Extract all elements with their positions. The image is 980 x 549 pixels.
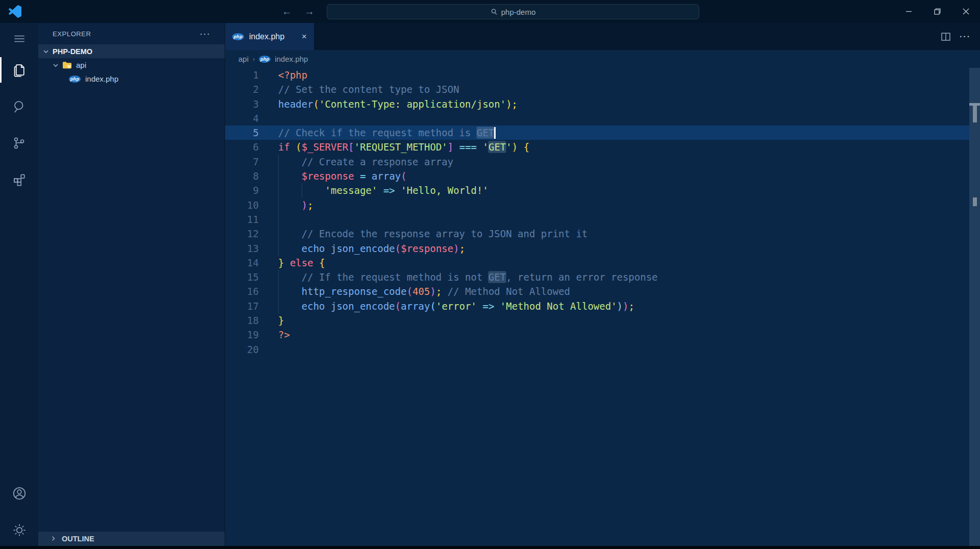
restore-button[interactable] (923, 0, 951, 23)
code-line[interactable]: 9 'message' => 'Hello, World!' (225, 183, 969, 197)
code-token: ' (506, 141, 511, 153)
php-file-icon: php (232, 33, 244, 40)
back-arrow-icon[interactable]: ← (282, 6, 292, 17)
code-line[interactable]: 7 // Create a response array (225, 155, 969, 169)
command-center-search[interactable]: php-demo (327, 4, 699, 19)
files-icon (12, 62, 27, 78)
indent-guide (278, 169, 279, 183)
code-token (278, 199, 302, 211)
explorer-view-button[interactable] (0, 57, 38, 83)
breadcrumb-folder[interactable]: api (238, 55, 249, 63)
code-token: 'message' (325, 185, 378, 196)
settings-button[interactable] (0, 517, 38, 543)
code-token: ( (395, 243, 401, 254)
close-button[interactable] (951, 0, 980, 23)
source-control-view-button[interactable] (0, 130, 38, 156)
editor-group: php index.php × ··· api › php index.php … (225, 23, 980, 549)
code-token: , return an error response (506, 271, 657, 283)
breadcrumb-file[interactable]: index.php (275, 55, 308, 63)
code-line[interactable]: 6if ($_SERVER['REQUEST_METHOD'] === 'GET… (225, 140, 969, 154)
code-token: echo (302, 243, 325, 254)
code-token: ) (512, 141, 518, 153)
split-editor-icon[interactable] (941, 33, 950, 41)
extensions-icon (12, 172, 27, 187)
code-token: => (482, 301, 494, 312)
breadcrumb: api › php index.php (225, 50, 980, 68)
extensions-view-button[interactable] (0, 166, 38, 192)
tree-item-folder-api[interactable]: api (38, 58, 225, 72)
code-token: $response (401, 243, 453, 254)
breadcrumb-separator: › (253, 55, 255, 63)
code-token: ) (617, 301, 623, 312)
code-line[interactable]: 19?> (225, 328, 969, 342)
indent-guide (278, 227, 279, 241)
code-token: 'error' (436, 301, 477, 312)
code-line[interactable]: 15 // If the request method is not GET, … (225, 270, 969, 284)
tab-index-php[interactable]: php index.php × (225, 23, 314, 50)
code-editor[interactable]: 1<?php2// Set the content type to JSON3h… (225, 68, 980, 549)
outline-section-header[interactable]: OUTLINE (38, 532, 225, 546)
explorer-more-actions[interactable]: ··· (200, 29, 210, 39)
indent-guide (278, 183, 279, 197)
file-index-php-label: index.php (85, 74, 118, 83)
code-line[interactable]: 12 // Encode the response array to JSON … (225, 227, 969, 241)
code-line[interactable]: 8 $response = array( (225, 169, 969, 183)
code-line[interactable]: 10 ); (225, 198, 969, 212)
indent-guide (302, 183, 302, 197)
line-number: 6 (225, 140, 259, 154)
code-token: ( (401, 170, 406, 182)
code-token: ( (395, 301, 401, 312)
code-line[interactable]: 3header('Content-Type: application/json'… (225, 97, 969, 111)
editor-scrollbar[interactable] (969, 68, 980, 549)
code-token (354, 170, 360, 182)
code-line[interactable]: 18} (225, 313, 969, 328)
occurrence-highlight: GET (477, 127, 494, 138)
search-view-button[interactable] (0, 94, 38, 119)
code-token: $_SERVER (302, 141, 349, 153)
code-token (453, 141, 459, 153)
code-token: // Set the content type to JSON (278, 84, 459, 95)
code-line[interactable]: 1<?php (225, 68, 969, 82)
code-line[interactable]: 20 (225, 342, 969, 357)
code-line[interactable]: 5// Check if the request method is GET (225, 126, 969, 140)
code-token: ( (407, 286, 412, 297)
account-button[interactable] (0, 481, 38, 506)
line-number: 1 (225, 68, 259, 82)
line-number: 18 (225, 313, 259, 328)
tab-close-icon[interactable]: × (302, 32, 307, 42)
hamburger-menu-icon (13, 32, 26, 45)
code-token (278, 301, 302, 312)
line-number: 3 (225, 97, 259, 111)
code-token: ( (296, 141, 301, 153)
code-token (278, 286, 302, 297)
code-token: 'REQUEST_METHOD' (354, 141, 448, 153)
project-root-label: PHP-DEMO (53, 47, 92, 56)
code-token: ) (453, 243, 459, 254)
line-number: 14 (225, 256, 259, 270)
indent-guide (278, 155, 279, 169)
close-icon (963, 8, 969, 15)
menu-button[interactable] (0, 26, 38, 52)
line-number: 19 (225, 328, 259, 342)
gear-icon (12, 522, 27, 538)
code-line[interactable]: 2// Set the content type to JSON (225, 82, 969, 96)
vscode-logo-icon (9, 5, 21, 18)
code-token (278, 271, 302, 283)
code-line[interactable]: 13 echo json_encode($response); (225, 241, 969, 256)
occurrence-highlight: GET (488, 141, 506, 153)
code-line[interactable]: 16 http_response_code(405); // Method No… (225, 284, 969, 298)
tree-item-project-root[interactable]: PHP-DEMO (38, 44, 225, 58)
tree-item-file-index-php[interactable]: php index.php (38, 72, 225, 86)
code-line[interactable]: 11 (225, 212, 969, 227)
code-token (494, 301, 500, 312)
line-number: 11 (225, 212, 259, 227)
forward-arrow-icon[interactable]: → (304, 6, 314, 17)
code-token: // Encode the response array to JSON and… (302, 228, 588, 239)
code-line[interactable]: 17 echo json_encode(array('error' => 'Me… (225, 299, 969, 313)
code-line[interactable]: 14} else { (225, 256, 969, 270)
code-token: } (278, 257, 284, 268)
code-token (442, 286, 447, 297)
code-line[interactable]: 4 (225, 111, 969, 126)
editor-more-actions-icon[interactable]: ··· (960, 32, 971, 41)
minimize-button[interactable] (894, 0, 923, 23)
